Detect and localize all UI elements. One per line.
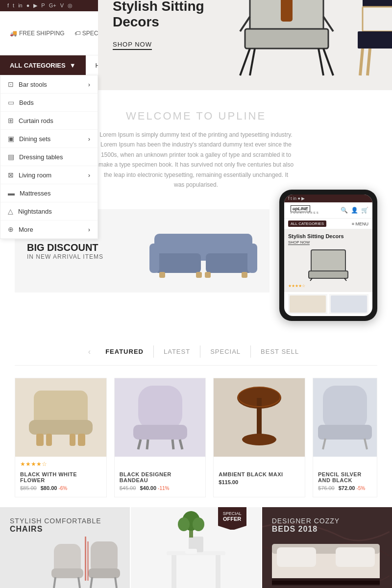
dressing-icon: ▤ <box>8 153 14 161</box>
product-name-2: BLACK DESIGNER BANDEAU <box>120 471 201 483</box>
product-info-4: PENCIL SILVER AND BLACK $76.00 $72.00 -5… <box>313 469 377 497</box>
tab-latest[interactable]: LATEST <box>154 345 200 358</box>
promo-beds[interactable]: DESIGNER COZZY BEDS 2018 <box>262 507 392 588</box>
product-info-3: AMBIENT BLACK MAXI $115.00 <box>214 469 305 491</box>
vimeo-icon[interactable]: V <box>60 2 64 9</box>
svg-rect-48 <box>318 425 372 440</box>
dropdown-item-dining[interactable]: ▣ Dining sets › <box>0 130 98 148</box>
beds-subtitle: BEDS 2018 <box>272 525 340 534</box>
twitter-icon[interactable]: t <box>13 2 14 9</box>
svg-rect-27 <box>311 250 345 272</box>
svg-rect-1 <box>245 29 328 49</box>
svg-rect-9 <box>363 7 392 31</box>
categories-dropdown-button[interactable]: ALL CATEGORIES ▼ <box>0 55 86 75</box>
phone-categories[interactable]: ALL CATEGORIES <box>288 220 326 227</box>
googleplus-icon[interactable]: G+ <box>49 2 56 9</box>
svg-rect-44 <box>257 398 262 437</box>
chevron-right-icon: › <box>88 81 90 88</box>
svg-rect-32 <box>29 420 93 435</box>
svg-line-3 <box>323 49 333 75</box>
phone-product-img-2 <box>331 295 367 313</box>
svg-rect-28 <box>309 271 348 278</box>
svg-line-2 <box>240 49 250 75</box>
chair-svg-1 <box>26 386 95 449</box>
old-price-2: $45.00 <box>120 485 136 491</box>
dropdown-item-more[interactable]: ⊕ More › <box>0 220 98 239</box>
product-section: ‹ FEATURED LATEST SPECIAL BEST SELL ★★★★… <box>0 336 392 507</box>
table-svg <box>230 383 289 452</box>
promo-center-svg <box>142 507 250 588</box>
phone-hero-title: Stylish Sitting Decors <box>288 233 368 239</box>
product-tabs: ‹ FEATURED LATEST SPECIAL BEST SELL <box>15 345 377 366</box>
rss-icon[interactable]: ● <box>26 2 30 9</box>
instagram-icon[interactable]: ◎ <box>68 2 73 9</box>
product-img-4 <box>313 378 377 457</box>
dropdown-item-nightstands[interactable]: △ Nightstands <box>0 202 98 220</box>
svg-rect-23 <box>159 272 165 278</box>
phone-product-1 <box>288 294 327 314</box>
svg-line-5 <box>318 49 323 75</box>
phone-product-2 <box>329 294 368 314</box>
svg-line-39 <box>138 440 141 449</box>
svg-rect-36 <box>70 434 75 446</box>
dropdown-item-dressing[interactable]: ▤ Dressing tables <box>0 148 98 166</box>
phone-mockup: f t in ● ▶ upLINE FURNITURES 🔍 👤 🛒 ALL C… <box>279 190 377 321</box>
dropdown-item-beds[interactable]: ▭ Beds <box>0 94 98 112</box>
promo-special[interactable]: Special OFFER <box>131 507 261 588</box>
tab-bestsell[interactable]: BEST SELL <box>251 345 309 358</box>
tab-special[interactable]: SPECIAL <box>200 345 251 358</box>
phone-menu[interactable]: ≡ MENU <box>352 221 368 226</box>
svg-rect-47 <box>323 386 367 430</box>
free-shipping-label: 🚚 FREE SHIPPING <box>10 30 65 37</box>
social-icons[interactable]: f t in ● ▶ P G+ V ◎ <box>7 2 73 9</box>
youtube-icon[interactable]: ▶ <box>33 2 37 9</box>
hero-title: Stylish Sitting Decors <box>113 0 235 30</box>
new-price-3: $115.00 <box>219 479 238 485</box>
dropdown-item-barstools[interactable]: ⊡ Bar stools › <box>0 75 98 94</box>
svg-rect-10 <box>358 31 392 49</box>
old-price-4: $76.00 <box>318 485 335 491</box>
chevron-down-icon: ▼ <box>70 62 76 69</box>
svg-rect-21 <box>149 244 159 273</box>
phone-product-img-1 <box>290 295 326 313</box>
phone-shop-now[interactable]: SHOP NOW <box>288 240 310 245</box>
product-info-2: BLACK DESIGNER BANDEAU $45.00 $40.00 -11… <box>115 469 206 497</box>
discount-subtitle: IN NEW ARRIVAL ITEMS <box>27 253 103 260</box>
promo-chairs[interactable]: STYLISH COMFORTABLE CHAIRS <box>0 507 130 588</box>
tag-icon: 🏷 <box>74 30 80 37</box>
svg-rect-60 <box>87 541 89 581</box>
facebook-icon[interactable]: f <box>7 2 9 9</box>
svg-rect-37 <box>138 386 182 430</box>
svg-line-41 <box>147 440 148 449</box>
product-card-2: ★ BLACK DESIGNER BANDEAU $45.00 $40.00 -… <box>114 378 206 497</box>
new-price-1: $80.00 <box>41 485 57 491</box>
svg-line-11 <box>360 49 363 75</box>
svg-line-40 <box>180 440 182 449</box>
tab-featured[interactable]: FEATURED <box>96 345 154 358</box>
svg-rect-25 <box>205 272 211 278</box>
dropdown-item-living[interactable]: ⊠ Living room › <box>0 166 98 184</box>
pinterest-icon[interactable]: P <box>41 2 45 9</box>
phone-top-bar: f t in ● ▶ <box>284 195 372 202</box>
shop-now-link[interactable]: SHOP NOW <box>113 41 152 50</box>
phone-header: upLINE FURNITURES 🔍 👤 🛒 <box>284 202 372 219</box>
truck-icon: 🚚 <box>10 30 17 37</box>
dropdown-item-curtain[interactable]: ⊞ Curtain rods <box>0 112 98 130</box>
chair-svg-4 <box>313 383 377 452</box>
product-stars-1: ★★★★☆ <box>15 457 106 469</box>
linkedin-icon[interactable]: in <box>18 2 23 9</box>
phone-nav: ALL CATEGORIES ≡ MENU <box>284 219 372 229</box>
beds-icon: ▭ <box>8 98 14 106</box>
prev-tab-btn[interactable]: ‹ <box>83 347 96 356</box>
svg-rect-22 <box>247 244 257 273</box>
svg-rect-34 <box>78 434 85 446</box>
discount-4: -5% <box>356 486 365 491</box>
phone-cart-icon: 🛒 <box>361 207 368 214</box>
categories-dropdown: ⊡ Bar stools › ▭ Beds ⊞ Curtain rods ▣ D… <box>0 75 98 239</box>
svg-rect-20 <box>206 253 252 273</box>
dropdown-item-mattresses[interactable]: ▬ Mattresses <box>0 184 98 202</box>
discount-title: BIG DISCOUNT <box>27 242 103 253</box>
chevron-right-icon-4: › <box>88 226 90 233</box>
bottom-promo: STYLISH COMFORTABLE CHAIRS Special OFFER <box>0 507 392 588</box>
discount-text: BIG DISCOUNT IN NEW ARRIVAL ITEMS <box>27 242 103 260</box>
